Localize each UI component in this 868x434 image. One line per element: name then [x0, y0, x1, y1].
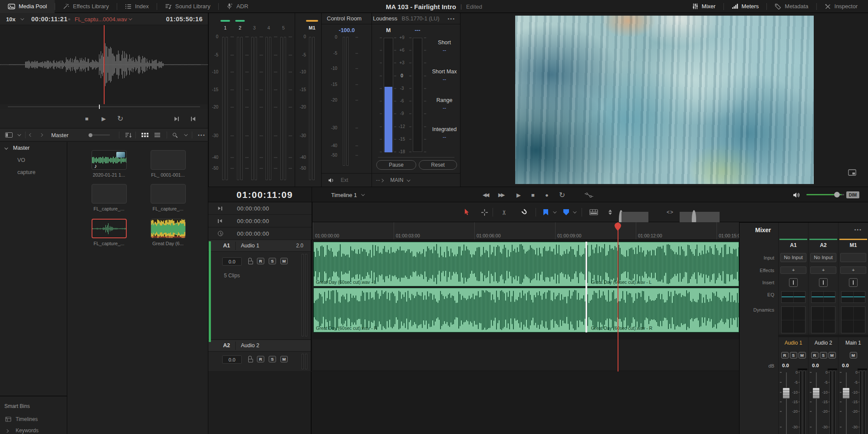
panel-toggle-icon[interactable]	[5, 128, 13, 141]
tab-effects-library[interactable]: Effects Library	[55, 0, 117, 13]
chevron-down-icon[interactable]	[407, 177, 409, 183]
flag-icon[interactable]	[563, 202, 569, 222]
marker-bookmark-icon[interactable]	[543, 202, 548, 222]
bin-item-master[interactable]: Master	[0, 142, 67, 154]
channel-dynamics-graph[interactable]	[841, 306, 865, 333]
smart-bin-timelines[interactable]: Timelines	[0, 414, 67, 425]
timeline-ruler[interactable]: 01:00:00:0001:00:03:0001:00:06:0001:00:0…	[312, 222, 739, 240]
channel-effects-add-button[interactable]: +	[810, 266, 836, 274]
media-clip-tile[interactable]	[92, 219, 127, 238]
search-icon[interactable]	[173, 128, 176, 141]
channel-eq-graph[interactable]	[811, 291, 835, 303]
loudness-reset-button[interactable]: Reset	[419, 160, 457, 170]
track-gain-field[interactable]: 0.0	[222, 257, 242, 266]
automation-icon[interactable]	[584, 187, 594, 203]
media-clip-tile[interactable]: ♪	[92, 150, 127, 170]
vertical-zoom-icon[interactable]	[608, 202, 612, 222]
thumb-size-slider[interactable]	[89, 128, 110, 141]
smart-bin-keywords[interactable]: Keywords	[0, 425, 67, 434]
track-name[interactable]: Audio 1	[241, 243, 259, 249]
bin-item-vo[interactable]: VO	[0, 154, 67, 166]
channel-name[interactable]: Main 1	[838, 340, 868, 346]
chevron-down-icon[interactable]	[573, 202, 575, 222]
dim-button[interactable]: DIM	[846, 191, 859, 198]
channel-db-value[interactable]: 0.0	[842, 363, 849, 368]
fast-forward-button[interactable]: ▶▶	[498, 187, 503, 203]
mute-button[interactable]: M	[280, 258, 288, 264]
razor-tool-icon[interactable]: ✂	[500, 210, 508, 215]
range-tool-icon[interactable]	[481, 202, 488, 222]
timeline-timecode[interactable]: 01:00:11:09	[226, 187, 304, 203]
loudness-options-menu[interactable]: •••	[447, 16, 455, 21]
fader-track[interactable]	[816, 372, 817, 434]
channel-input-select[interactable]	[840, 253, 866, 262]
nav-back-button[interactable]	[30, 128, 32, 141]
channel-input-select[interactable]: No Input	[780, 253, 806, 262]
skip-back-icon[interactable]	[218, 219, 222, 223]
chevron-down-icon[interactable]	[553, 202, 556, 222]
track-header-a2[interactable]: A2 Audio 2 0.0 R S M	[208, 339, 312, 371]
channel-insert-button[interactable]	[789, 278, 798, 287]
tc-field-value[interactable]: 00:00:00:00	[237, 230, 269, 237]
track-a2-lane[interactable]	[312, 339, 739, 371]
solo-button[interactable]: S	[269, 356, 276, 362]
tab-index[interactable]: Index	[117, 0, 157, 13]
track-name[interactable]: Audio 2	[241, 342, 259, 349]
solo-button[interactable]: S	[820, 352, 827, 358]
record-arm-button[interactable]: R	[811, 352, 819, 358]
media-clip-tile[interactable]	[151, 184, 186, 204]
solo-button[interactable]: S	[790, 352, 797, 358]
media-clip-tile[interactable]	[151, 150, 186, 170]
bin-item-capture[interactable]: capture	[0, 166, 67, 178]
media-clip-tile[interactable]	[92, 184, 127, 204]
volume-slider-knob[interactable]	[834, 192, 840, 197]
tab-sound-library[interactable]: Sound Library	[157, 0, 218, 13]
lock-icon[interactable]	[248, 261, 253, 264]
channel-db-value[interactable]: 0.0	[782, 363, 789, 368]
record-arm-button[interactable]: R	[781, 352, 789, 358]
tab-metadata[interactable]: Metadata	[767, 0, 816, 13]
skip-back-button[interactable]	[191, 109, 195, 128]
preview-clip-name[interactable]: FL_captu...0004.wav	[75, 13, 127, 25]
channel-effects-add-button[interactable]: +	[840, 266, 866, 274]
expand-viewer-icon[interactable]	[848, 169, 856, 176]
scrub-position-marker[interactable]	[99, 105, 100, 109]
channel-name[interactable]: Audio 2	[809, 340, 838, 346]
skip-forward-icon[interactable]	[218, 206, 222, 210]
loop-button[interactable]: ↻	[117, 109, 123, 128]
mute-button[interactable]: M	[280, 356, 288, 362]
lock-icon[interactable]	[248, 359, 253, 362]
selection-tool-icon[interactable]	[464, 202, 470, 222]
play-button[interactable]: ▶	[516, 187, 521, 203]
breadcrumb[interactable]: Master	[51, 128, 69, 141]
tab-media-pool[interactable]: Media Pool	[0, 0, 55, 13]
playhead-pin[interactable]	[615, 223, 621, 231]
track-gain-field[interactable]: 0.0	[222, 355, 242, 364]
monitor-speaker-icon[interactable]	[792, 187, 800, 203]
channel-insert-button[interactable]	[849, 278, 858, 287]
chevron-down-icon[interactable]	[4, 145, 7, 151]
chevron-down-icon[interactable]	[128, 13, 131, 25]
timeline-view-options-icon[interactable]	[589, 202, 598, 222]
list-view-icon[interactable]	[155, 128, 160, 141]
media-pool-options-menu[interactable]: •••	[198, 128, 206, 141]
tc-field-value[interactable]: 00:00:00:00	[237, 218, 269, 224]
audio-clip-lane-left[interactable]	[313, 242, 739, 286]
tab-adr[interactable]: ADR	[219, 0, 256, 13]
preview-scrub-bar[interactable]	[0, 104, 208, 109]
clip-boundary[interactable]	[585, 242, 587, 332]
channel-db-value[interactable]: 0.0	[812, 363, 819, 368]
record-arm-button[interactable]: R	[257, 258, 264, 264]
loudness-pause-button[interactable]: Pause	[376, 160, 416, 170]
timeline-selector[interactable]: Timeline 1	[331, 187, 364, 203]
tab-mixer[interactable]: Mixer	[684, 0, 723, 13]
grid-view-icon[interactable]	[141, 128, 143, 141]
scrub-track[interactable]	[8, 106, 200, 107]
skip-forward-button[interactable]	[174, 109, 179, 128]
mute-button[interactable]: M	[850, 352, 857, 358]
chevron-down-icon[interactable]	[17, 128, 20, 141]
mute-button[interactable]: M	[829, 352, 836, 358]
play-button[interactable]: ▶	[102, 109, 106, 128]
tab-inspector[interactable]: Inspector	[817, 0, 865, 13]
mute-button[interactable]: M	[799, 352, 806, 358]
